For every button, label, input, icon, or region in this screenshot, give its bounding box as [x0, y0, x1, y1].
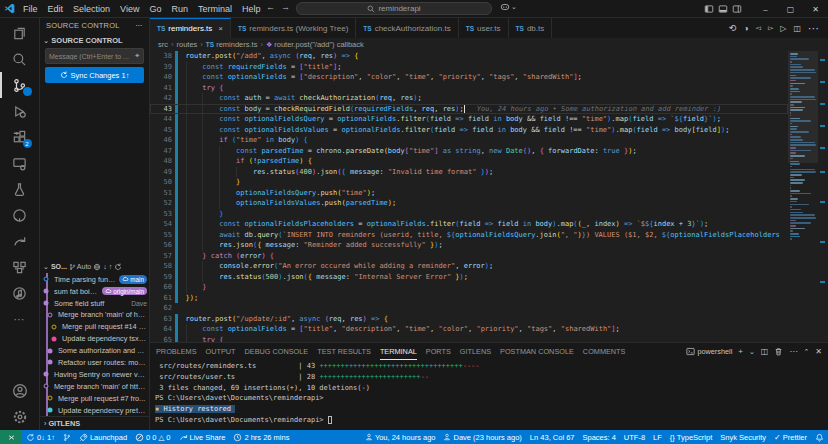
code-line-63[interactable]: 63router.post("/update/:id", async (req,… — [150, 314, 788, 325]
activity-run-debug[interactable] — [0, 98, 40, 124]
tab-reminders-ts-working-tree[interactable]: TSreminders.ts (Working Tree) — [231, 18, 356, 38]
close-button[interactable]: ✕ — [803, 0, 828, 18]
status-gitlens[interactable] — [59, 433, 75, 442]
activity-remote-explorer[interactable] — [0, 150, 40, 176]
code-line-55[interactable]: 55await db.query(`INSERT INTO reminders … — [150, 230, 788, 241]
status-encoding[interactable]: UTF-8 — [620, 433, 649, 442]
code-line-60[interactable]: 60} — [150, 282, 788, 293]
panel-tab-terminal[interactable]: TERMINAL — [380, 343, 417, 360]
code-line-38[interactable]: 38router.post("/add", async (req, res) =… — [150, 51, 788, 62]
maximize-button[interactable]: ▢ — [778, 0, 803, 18]
code-line-44[interactable]: 44const optionalFieldsQuery = optionalFi… — [150, 114, 788, 125]
tab-checkauthorization-ts[interactable]: TScheckAuthorization.ts — [356, 18, 458, 38]
status-sync-status[interactable]: 0↓ 1↑ — [22, 433, 59, 442]
layout-panel-icon[interactable] — [718, 4, 728, 14]
history-icon[interactable]: ⟲ — [729, 23, 737, 33]
activity-settings[interactable] — [0, 404, 40, 430]
globe-icon[interactable] — [93, 263, 101, 271]
status-problems[interactable]: 00 △ 0 — [131, 433, 174, 442]
maximize-panel-icon[interactable]: ⌃ — [803, 348, 809, 356]
code-line-62[interactable]: 62 — [150, 303, 788, 314]
code-line-52[interactable]: 52optionalFieldsValues.push(parsedTime); — [150, 198, 788, 209]
activity-github[interactable] — [0, 202, 40, 228]
code-line-65[interactable]: 65try { — [150, 335, 788, 343]
sparkle-icon[interactable]: ✦ — [134, 52, 140, 60]
tab-reminders-ts[interactable]: TSreminders.ts× — [150, 18, 231, 38]
fetch-icon[interactable]: ↓ — [103, 263, 107, 270]
code-line-47[interactable]: 47const parsedTime = chrono.parseDate(bo… — [150, 146, 788, 157]
menu-run[interactable]: Run — [166, 4, 193, 14]
panel-tab-debug-console[interactable]: DEBUG CONSOLE — [245, 347, 309, 356]
status-prettier[interactable]: ✓Prettier — [770, 433, 811, 442]
code-line-43[interactable]: 43const body = checkRequiredField(requir… — [150, 104, 788, 115]
status-launchpad[interactable]: Launchpad — [75, 433, 131, 442]
code-line-53[interactable]: 53} — [150, 209, 788, 220]
new-terminal-icon[interactable]: + — [738, 347, 743, 356]
tab-db-ts[interactable]: TSdb.ts — [509, 18, 553, 38]
activity-explorer[interactable] — [0, 20, 40, 46]
menu-go[interactable]: Go — [144, 4, 166, 14]
menu-view[interactable]: View — [115, 4, 144, 14]
close-tab-icon[interactable]: × — [218, 24, 223, 33]
activity-organization[interactable] — [0, 254, 40, 280]
commit-row[interactable]: Update dependency pretti... — [40, 404, 149, 416]
split-terminal-icon[interactable]: ◫ — [761, 347, 769, 356]
menu-terminal[interactable]: Terminal — [193, 4, 237, 14]
code-line-41[interactable]: 41try { — [150, 83, 788, 94]
code-line-48[interactable]: 48if (!parsedTime) { — [150, 156, 788, 167]
code-line-58[interactable]: 58console.error("An error occured while … — [150, 261, 788, 272]
close-panel-icon[interactable]: ✕ — [815, 347, 822, 356]
commit-row[interactable]: Some field stuffDave — [40, 297, 149, 309]
commit-row[interactable]: sum fat boink borigin/main — [40, 285, 149, 297]
activity-source-control[interactable] — [0, 72, 40, 98]
status-live-share[interactable]: Live Share — [175, 433, 230, 442]
layout-sidebar-icon[interactable] — [704, 4, 714, 14]
split-editor-icon[interactable]: ◫ — [793, 24, 801, 33]
code-line-45[interactable]: 45const optionalFieldsValues = optionalF… — [150, 125, 788, 136]
commit-row[interactable]: Merge pull request #14 fr... — [40, 321, 149, 333]
menu-help[interactable]: Help — [237, 4, 266, 14]
commit-row[interactable]: Merge branch 'main' of http... — [40, 309, 149, 321]
activity-audio[interactable] — [0, 280, 40, 306]
tab-user-ts[interactable]: TSuser.ts — [459, 18, 509, 38]
editor[interactable]: 38router.post("/add", async (req, res) =… — [150, 51, 828, 342]
code-area[interactable]: 38router.post("/add", async (req, res) =… — [150, 51, 788, 342]
menu-file[interactable]: File — [18, 4, 43, 14]
status-cursor-position[interactable]: Ln 43, Col 67 — [526, 433, 579, 442]
commit-row[interactable]: Merge branch 'main' of http... — [40, 380, 149, 392]
remote-indicator[interactable] — [0, 430, 22, 444]
back-arrow-icon[interactable]: ← — [266, 2, 275, 12]
activity-extensions[interactable]: 2 — [0, 124, 40, 150]
code-line-61[interactable]: 61}); — [150, 293, 788, 304]
push-icon[interactable]: ↑ — [109, 263, 113, 270]
menu-edit[interactable]: Edit — [43, 4, 69, 14]
commit-row[interactable]: Time parsing functiomain — [40, 273, 149, 285]
more-actions-icon[interactable]: ⋯ — [789, 347, 797, 356]
commit-message-input[interactable]: Message (Ctrl+Enter to ... ✦ — [45, 48, 144, 64]
activity-testing[interactable] — [0, 176, 40, 202]
refresh-icon[interactable] — [114, 263, 122, 271]
breadcrumb-item-reminders-ts[interactable]: TSreminders.ts — [206, 40, 258, 49]
commit-row[interactable]: Refactor user routes: mov... — [40, 357, 149, 369]
panel-tab-ports[interactable]: PORTS — [426, 347, 451, 356]
breadcrumb-item-src[interactable]: src — [158, 40, 168, 49]
status-notifications[interactable] — [811, 433, 828, 442]
code-line-42[interactable]: 42const auth = await checkAuthorization(… — [150, 93, 788, 104]
code-line-40[interactable]: 40const optionalFields = ["description",… — [150, 72, 788, 83]
shell-label[interactable]: powershell — [697, 347, 732, 356]
commit-row[interactable]: Merge pull request #7 fro... — [40, 392, 149, 404]
chevron-down-icon[interactable]: ⌄ — [749, 348, 755, 356]
layout-secondary-icon[interactable] — [732, 4, 742, 14]
graph-auto-label[interactable]: Auto — [77, 263, 91, 270]
minimap[interactable] — [788, 51, 818, 342]
source-control-graph-header[interactable]: ⌄ SO... Auto ↓ ↑ — [40, 260, 149, 273]
command-center-search[interactable]: reminderapi — [296, 2, 492, 15]
forward-arrow-icon[interactable]: → — [281, 2, 290, 12]
code-line-56[interactable]: 56res.json({ message: "Reminder added su… — [150, 240, 788, 251]
more-icon[interactable]: ⋯ — [808, 22, 820, 35]
panel-tab-comments[interactable]: COMMENTS — [583, 347, 626, 356]
status-blame-dave[interactable]: Dave (23 hours ago) — [439, 433, 525, 442]
sync-changes-button[interactable]: Sync Changes 1↑ — [45, 67, 144, 83]
status-indentation[interactable]: Spaces: 4 — [578, 433, 619, 442]
code-line-49[interactable]: 49res.status(400).json({ message: "Inval… — [150, 167, 788, 178]
